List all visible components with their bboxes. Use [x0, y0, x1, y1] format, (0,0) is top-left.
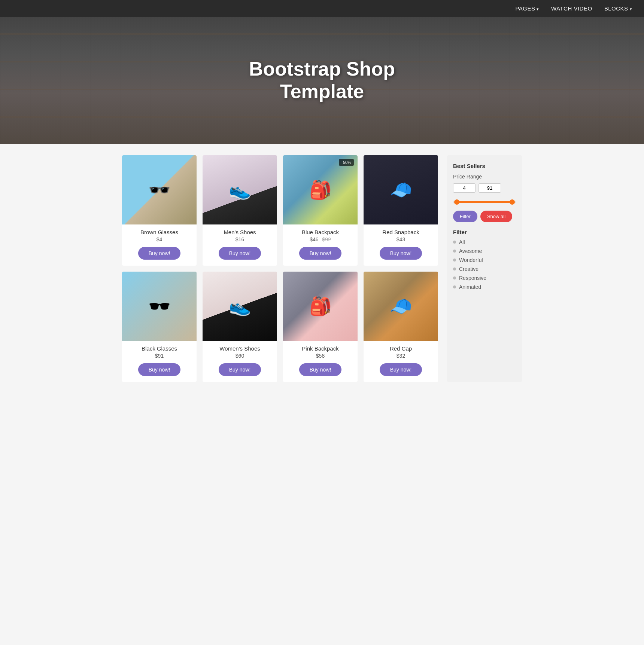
product-grid: Brown Glasses $4 Buy now! Men's Shoes $1… [122, 155, 438, 382]
filter-item-responsive[interactable]: Responsive [453, 275, 516, 281]
product-image-wrapper: -50% [283, 155, 358, 224]
nav-blocks[interactable]: BLOCKS▾ [604, 5, 632, 12]
product-image-wrapper [283, 272, 358, 341]
product-image-wrapper [122, 155, 197, 224]
buy-button-pink-backpack[interactable]: Buy now! [299, 363, 342, 376]
filter-label: All [459, 239, 465, 245]
product-price: $46 $92 [310, 236, 331, 242]
filter-section-title: Filter [453, 229, 516, 235]
filter-item-wonderful[interactable]: Wonderful [453, 257, 516, 263]
filter-label: Awesome [459, 248, 482, 254]
price-range-label: Price Range [453, 174, 516, 180]
filter-item-animated[interactable]: Animated [453, 284, 516, 290]
discount-badge: -50% [339, 159, 354, 166]
main-layout: Brown Glasses $4 Buy now! Men's Shoes $1… [116, 144, 528, 393]
product-card-red-cap: Red Cap $32 Buy now! [364, 272, 438, 382]
filter-dot [453, 268, 456, 270]
price-current: $46 [310, 236, 318, 242]
filter-dot [453, 285, 456, 288]
buy-button-red-cap[interactable]: Buy now! [380, 363, 422, 376]
product-image-mens-shoes [203, 155, 277, 224]
hero-title: Bootstrap Shop Template [249, 58, 395, 103]
filter-item-all[interactable]: All [453, 239, 516, 245]
product-card-brown-glasses: Brown Glasses $4 Buy now! [122, 155, 197, 266]
buy-button-womens-shoes[interactable]: Buy now! [219, 363, 261, 376]
blocks-caret-icon: ▾ [630, 7, 632, 11]
filter-dot [453, 241, 456, 244]
price-range-inputs [453, 183, 516, 193]
buy-button-brown-glasses[interactable]: Buy now! [138, 247, 181, 260]
product-price: $60 [236, 353, 244, 359]
pages-caret-icon: ▾ [537, 7, 539, 11]
product-image-wrapper [203, 272, 277, 341]
product-image-wrapper [364, 272, 438, 341]
product-card-black-glasses: Black Glasses $91 Buy now! [122, 272, 197, 382]
filter-label: Wonderful [459, 257, 483, 263]
product-name: Men's Shoes [224, 229, 256, 235]
range-fill [456, 201, 514, 203]
nav-watch-video[interactable]: WATCH VIDEO [551, 5, 592, 12]
price-min-input[interactable] [453, 183, 476, 193]
product-card-red-snapback: Red Snapback $43 Buy now! [364, 155, 438, 266]
filter-label: Animated [459, 284, 481, 290]
product-name: Red Cap [390, 345, 412, 352]
product-image-brown-glasses [122, 155, 197, 224]
nav-pages[interactable]: PAGES▾ [515, 5, 539, 12]
range-thumb-right[interactable] [510, 199, 515, 205]
product-image-wrapper [122, 272, 197, 341]
product-name: Pink Backpack [302, 345, 338, 352]
product-name: Black Glasses [142, 345, 177, 352]
product-price: $32 [397, 353, 405, 359]
filter-dot [453, 276, 456, 279]
product-image-wrapper [364, 155, 438, 224]
hero-banner: Bootstrap Shop Template [0, 17, 644, 144]
product-price: $43 [397, 236, 405, 242]
product-price: $58 [316, 353, 325, 359]
best-sellers-title: Best Sellers [453, 163, 516, 169]
product-name: Brown Glasses [140, 229, 178, 235]
buy-button-black-glasses[interactable]: Buy now! [138, 363, 181, 376]
filter-list: All Awesome Wonderful Creative Responsiv… [453, 239, 516, 290]
buy-button-mens-shoes[interactable]: Buy now! [219, 247, 261, 260]
product-image-red-snapback [364, 155, 438, 224]
product-price: $4 [157, 236, 162, 242]
product-card-mens-shoes: Men's Shoes $16 Buy now! [203, 155, 277, 266]
filter-button[interactable]: Filter [453, 211, 477, 222]
filter-label: Responsive [459, 275, 486, 281]
product-image-pink-backpack [283, 272, 358, 341]
product-price: $16 [236, 236, 244, 242]
filter-dot [453, 250, 456, 253]
product-image-womens-shoes [203, 272, 277, 341]
range-thumb-left[interactable] [454, 199, 459, 205]
product-name: Blue Backpack [302, 229, 339, 235]
price-range-slider[interactable] [453, 198, 516, 205]
buy-button-red-snapback[interactable]: Buy now! [380, 247, 422, 260]
filter-label: Creative [459, 266, 479, 272]
price-max-input[interactable] [479, 183, 501, 193]
product-image-red-cap [364, 272, 438, 341]
show-all-button[interactable]: Show all [480, 211, 512, 222]
product-name: Women's Shoes [219, 345, 260, 352]
price-original: $92 [322, 236, 331, 242]
filter-item-awesome[interactable]: Awesome [453, 248, 516, 254]
product-card-womens-shoes: Women's Shoes $60 Buy now! [203, 272, 277, 382]
product-card-pink-backpack: Pink Backpack $58 Buy now! [283, 272, 358, 382]
sidebar-action-buttons: Filter Show all [453, 211, 516, 222]
product-image-black-glasses [122, 272, 197, 341]
product-name: Red Snapback [382, 229, 419, 235]
navbar: PAGES▾ WATCH VIDEO BLOCKS▾ [0, 0, 644, 17]
filter-dot [453, 259, 456, 262]
product-card-blue-backpack: -50% Blue Backpack $46 $92 Buy now! [283, 155, 358, 266]
product-image-wrapper [203, 155, 277, 224]
sidebar: Best Sellers Price Range Filter Show all… [447, 155, 522, 382]
product-price: $91 [155, 353, 164, 359]
buy-button-blue-backpack[interactable]: Buy now! [299, 247, 342, 260]
filter-item-creative[interactable]: Creative [453, 266, 516, 272]
